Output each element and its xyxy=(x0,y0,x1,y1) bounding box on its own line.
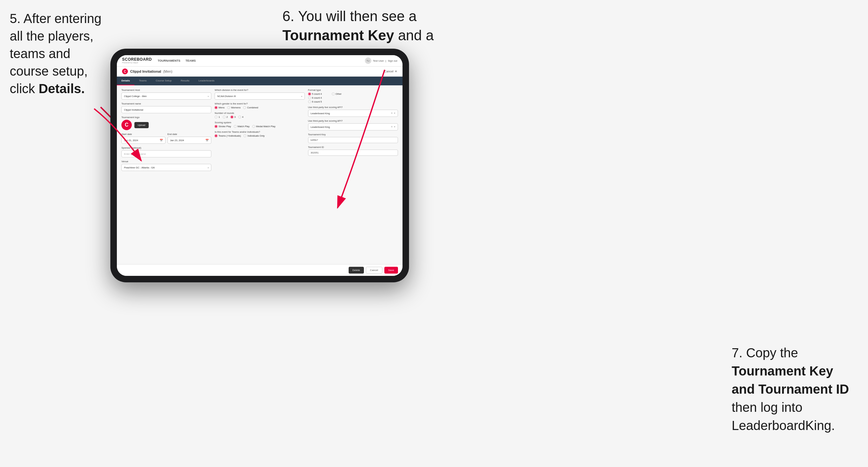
annotation-top-mid: and a xyxy=(394,27,434,43)
annotation-left-bold: Details. xyxy=(39,82,85,96)
radio-other xyxy=(332,93,335,95)
radio-combined xyxy=(243,106,246,109)
annotation-left-line5: click xyxy=(10,82,39,96)
radio-individuals xyxy=(244,134,246,137)
start-date-input[interactable]: Jan 21, 2024 📅 xyxy=(121,136,165,144)
teams-label: Is this event for Teams and/or Individua… xyxy=(215,130,305,133)
cancel-x: ✕ xyxy=(395,70,397,73)
annotation-br-line5: LeaderboardKing. xyxy=(732,418,835,433)
format-other[interactable]: Other xyxy=(332,93,342,95)
clippd-c-letter: C xyxy=(124,70,126,73)
venue-value: Peachtree GC - Atlanta - GA xyxy=(124,166,155,169)
third-party-1-controls: ✕▾ xyxy=(391,112,395,115)
division-label: Which division is the event for? xyxy=(215,89,305,92)
tournament-host-value: Clippd College - Men xyxy=(124,95,147,98)
format-6count4-label: 6 count 4 xyxy=(312,96,322,99)
scoring-stroke-label: Stroke Play xyxy=(218,125,231,128)
cancel-area[interactable]: Cancel ✕ xyxy=(384,70,397,73)
gender-combined-label: Combined xyxy=(247,106,258,109)
tab-teams[interactable]: Teams xyxy=(134,76,151,85)
gender-mens[interactable]: Mens xyxy=(215,106,224,109)
clippd-icon: C xyxy=(122,68,128,74)
tab-teams-label: Teams xyxy=(139,79,147,82)
brand-sub: Powered by clippd xyxy=(122,62,152,64)
tournament-id-value-box: 302051 xyxy=(308,150,398,156)
start-date-label: Start date xyxy=(121,133,165,136)
tournament-name-value: Clippd Invitational xyxy=(124,108,143,111)
third-party-1-value: Leaderboard King xyxy=(311,112,330,115)
teams-option[interactable]: Teams (+Individuals) xyxy=(215,134,241,137)
tournament-name-label: Tournament name xyxy=(121,102,211,105)
tournament-id-label: Tournament ID xyxy=(308,146,398,149)
rounds-label: Number of rounds xyxy=(215,112,305,115)
format-row-1: 5 count 4 Other xyxy=(308,93,398,95)
tab-details[interactable]: Details xyxy=(117,76,134,85)
tab-details-label: Details xyxy=(121,79,130,82)
tab-bar: Details Teams Course Setup Results Leade… xyxy=(117,76,403,85)
tournament-host-group: Tournament Host Clippd College - Men ▾ xyxy=(121,89,211,100)
separator: | xyxy=(385,59,386,62)
scoring-group: Scoring system Stroke Play Match Play xyxy=(215,121,305,128)
nav-tournaments[interactable]: TOURNAMENTS xyxy=(158,59,181,62)
radio-5count4 xyxy=(308,93,311,95)
third-party-2-input[interactable]: Leaderboard King ✕▾ xyxy=(308,123,398,130)
teams-option-label: Teams (+Individuals) xyxy=(218,134,241,137)
teams-group: Is this event for Teams and/or Individua… xyxy=(215,130,305,137)
radio-mens xyxy=(215,106,217,109)
delete-button[interactable]: Delete xyxy=(349,267,364,274)
tournament-logo-group: Tournament logo C Upload xyxy=(121,116,211,130)
format-type-group: Format type 5 count 4 Other xyxy=(308,89,398,103)
brand-name: SCOREBOARD xyxy=(122,57,152,62)
format-6count5[interactable]: 6 count 5 xyxy=(308,100,398,103)
user-name: Test User xyxy=(373,59,384,62)
scoring-medal-label: Medal Match Play xyxy=(256,125,276,128)
round-4[interactable]: 4 xyxy=(238,116,244,119)
annotation-top-line1: 6. You will then see a xyxy=(282,8,416,24)
radio-round3 xyxy=(230,116,234,119)
upload-button[interactable]: Upload xyxy=(134,122,149,128)
scoring-medal[interactable]: Medal Match Play xyxy=(252,125,276,128)
save-button[interactable]: Save xyxy=(384,267,398,274)
gender-combined[interactable]: Combined xyxy=(243,106,258,109)
tab-results[interactable]: Results xyxy=(176,76,194,85)
scoring-match[interactable]: Match Play xyxy=(234,125,250,128)
radio-round1 xyxy=(215,116,217,119)
sponsor-input[interactable]: Enter sponsor name xyxy=(121,150,211,157)
tournament-key-value: b4f6b7 xyxy=(311,138,318,142)
calendar-icon-end: 📅 xyxy=(206,139,209,142)
division-input[interactable]: NCAA Division III ▾ xyxy=(215,93,305,100)
user-avatar: TU xyxy=(365,57,371,64)
scoring-stroke[interactable]: Stroke Play xyxy=(215,125,231,128)
tournament-name-input[interactable]: Clippd Invitational xyxy=(121,106,211,113)
annotation-bottom-right: 7. Copy the Tournament Key and Tournamen… xyxy=(732,344,855,435)
round-2[interactable]: 2 xyxy=(223,116,228,119)
tab-course-setup[interactable]: Course Setup xyxy=(151,76,176,85)
tournament-host-input[interactable]: Clippd College - Men ▾ xyxy=(121,93,211,100)
third-party-1-input[interactable]: Leaderboard King ✕▾ xyxy=(308,110,398,117)
logo-circle: C xyxy=(121,120,132,130)
right-column: Format type 5 count 4 Other xyxy=(308,89,398,171)
sign-out-link[interactable]: Sign out xyxy=(388,59,397,62)
format-5count4[interactable]: 5 count 4 xyxy=(308,93,322,95)
cancel-button[interactable]: Cancel xyxy=(366,267,382,274)
format-6count4[interactable]: 6 count 4 xyxy=(308,96,398,99)
venue-input[interactable]: Peachtree GC - Atlanta - GA ▾ xyxy=(121,164,211,171)
annotation-br-line4: then log into xyxy=(732,400,802,414)
end-date-input[interactable]: Jan 23, 2024 📅 xyxy=(167,136,212,144)
nav-teams[interactable]: TEAMS xyxy=(186,59,196,62)
annotation-left-line1: 5. After entering xyxy=(10,11,101,26)
individuals-option[interactable]: Individuals Only xyxy=(244,134,265,137)
radio-match xyxy=(234,125,237,128)
tournament-logo-label: Tournament logo xyxy=(121,116,211,119)
gender-label: Which gender is the event for? xyxy=(215,102,305,105)
round-3[interactable]: 3 xyxy=(230,116,236,119)
annotation-top-bold1: Tournament Key xyxy=(282,27,394,43)
tab-leaderboards[interactable]: Leaderboards xyxy=(194,76,219,85)
round-1[interactable]: 1 xyxy=(215,116,220,119)
gender-womens[interactable]: Womens xyxy=(227,106,241,109)
round-2-label: 2 xyxy=(226,116,228,119)
page-title-text: Clippd Invitational (Men) xyxy=(130,69,173,73)
tab-course-setup-label: Course Setup xyxy=(156,79,172,82)
gender-womens-label: Womens xyxy=(231,106,241,109)
annotation-left-line4: course setup, xyxy=(10,64,88,78)
